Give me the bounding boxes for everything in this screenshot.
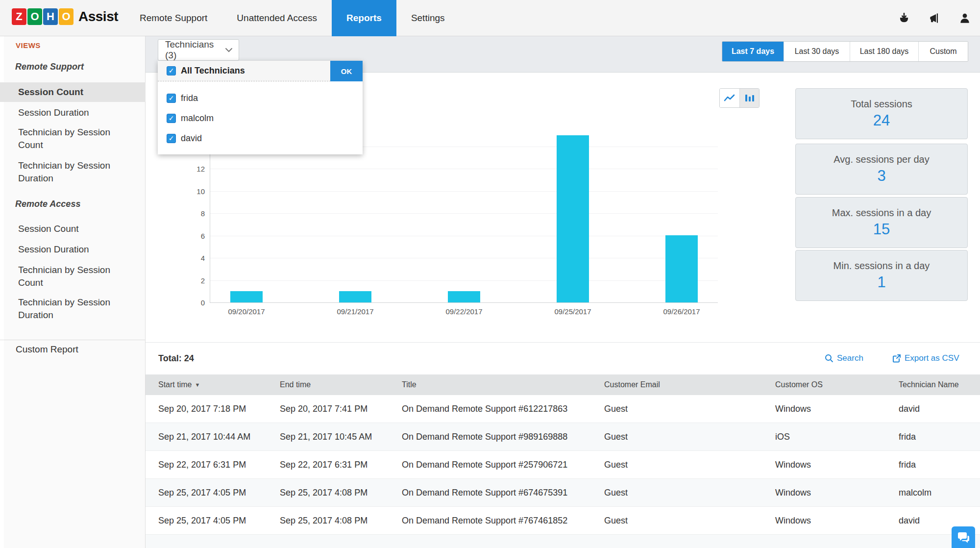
gridline-y12 [210,169,718,169]
date-range-custom[interactable]: Custom [918,42,968,61]
sidebar-item-technician-by-session-duration[interactable]: Technician by Session Duration [18,159,128,185]
sidebar-item-technician-by-session-duration[interactable]: Technician by Session Duration [18,296,128,322]
column-header-technician-name[interactable]: Technician Name [899,374,959,395]
column-header-label: End time [280,380,311,389]
table-row[interactable]: Sep 21, 2017 10:44 AMSep 21, 2017 10:45 … [146,423,980,451]
cell-start-time: Sep 25, 2017 4:05 PM [158,479,246,507]
date-range-last-7-days[interactable]: Last 7 days [722,42,784,61]
export-label: Export as CSV [905,353,959,363]
bar-chart-icon[interactable] [739,89,759,107]
all-technicians-checkbox[interactable]: ✓ [167,66,176,75]
cell-end-time: Sep 25, 2017 4:08 PM [280,479,368,507]
sidebar-item-session-count[interactable]: Session Count [18,223,128,235]
table-row[interactable]: Sep 20, 2017 7:18 PMSep 20, 2017 7:41 PM… [146,395,980,423]
announcement-icon[interactable] [928,12,941,25]
technicians-dropdown-label: Technicians (3) [165,39,225,61]
cell-technician-name: malcolm [899,479,931,507]
all-technicians-label: All Technicians [181,66,245,76]
column-header-customer-email[interactable]: Customer Email [604,374,660,395]
sidebar-section-remote-access: Remote Access [15,199,80,209]
nav-item-unattended-access[interactable]: Unattended Access [222,0,332,36]
technician-option-label: malcolm [181,113,214,124]
sort-descending-icon: ▼ [195,382,200,388]
date-range-last-180-days[interactable]: Last 180 days [850,42,918,61]
cell-customer-os: Windows [775,479,811,507]
table-row[interactable]: Sep 22, 2017 6:31 PMSep 22, 2017 6:31 PM… [146,451,980,479]
frida-checkbox[interactable]: ✓ [167,94,176,103]
zoho-logo-letters: ZOHO [12,8,74,25]
technician-option-malcolm[interactable]: ✓malcolm [158,108,363,128]
y-axis-tick-label: 6 [188,232,205,240]
stat-label: Min. sessions in a day [796,260,967,272]
column-header-label: Title [402,380,416,389]
bar-09/26/2017[interactable] [665,235,698,302]
export-icon [892,354,901,363]
nav-item-remote-support[interactable]: Remote Support [125,0,222,36]
table-row[interactable]: Sep 25, 2017 4:05 PMSep 25, 2017 4:08 PM… [146,507,980,535]
technician-option-frida[interactable]: ✓frida [158,88,363,108]
column-header-start-time[interactable]: Start time▼ [158,374,200,395]
cell-title: On Demand Remote Support #767461852 [402,507,567,535]
x-axis-line [210,302,718,303]
technician-option-label: frida [181,93,198,103]
sidebar-divider [0,340,146,340]
technician-option-david[interactable]: ✓david [158,128,363,149]
cell-title: On Demand Remote Support #674675391 [402,479,567,507]
chat-widget-button[interactable] [952,526,975,548]
cell-end-time: Sep 25, 2017 4:08 PM [280,507,368,535]
ok-button[interactable]: OK [330,61,363,81]
malcolm-checkbox[interactable]: ✓ [167,114,176,123]
line-chart-icon[interactable] [720,89,739,107]
y-axis-tick-label: 2 [188,276,205,285]
bar-09/25/2017[interactable] [557,135,589,302]
search-icon [825,354,833,363]
cell-customer-email: Guest [604,423,628,451]
export-csv-button[interactable]: Export as CSV [892,353,959,363]
bar-09/20/2017[interactable] [230,291,263,302]
stat-card-total-sessions: Total sessions24 [795,88,968,139]
y-axis-tick-label: 0 [188,299,205,307]
chart-type-toggle [719,88,760,108]
sidebar-item-custom-report[interactable]: Custom Report [16,344,78,355]
all-technicians-row[interactable]: ✓ All Technicians OK [158,61,363,81]
user-icon[interactable] [958,12,971,25]
date-range-last-30-days[interactable]: Last 30 days [784,42,850,61]
nav-item-reports[interactable]: Reports [332,0,396,36]
sidebar-item-session-count[interactable]: Session Count [0,82,146,102]
date-range-group: Last 7 daysLast 30 daysLast 180 daysCust… [722,41,968,62]
gridline-y10 [210,191,718,192]
download-icon[interactable] [898,12,910,25]
bar-09/22/2017[interactable] [448,291,480,302]
stat-value: 1 [796,274,967,291]
sessions-table: Start time▼End timeTitleCustomer EmailCu… [146,374,980,548]
column-header-label: Customer Email [604,380,660,389]
technicians-dropdown-button[interactable]: Technicians (3) [158,39,239,61]
column-header-end-time[interactable]: End time [280,374,311,395]
nav-item-settings[interactable]: Settings [396,0,460,36]
brand-name: Assist [78,9,118,25]
table-row[interactable]: Sep 25, 2017 4:05 PMSep 25, 2017 4:08 PM… [146,479,980,507]
column-header-label: Technician Name [899,380,959,389]
table-header-row: Start time▼End timeTitleCustomer EmailCu… [146,374,980,395]
sidebar-item-technician-by-session-count[interactable]: Technician by Session Count [18,264,128,289]
cell-customer-email: Guest [604,395,628,423]
stat-card-avg-sessions-per-day: Avg. sessions per day3 [795,144,968,195]
sidebar-item-session-duration[interactable]: Session Duration [18,243,128,256]
gridline-y4 [210,258,718,258]
column-header-customer-os[interactable]: Customer OS [775,374,823,395]
david-checkbox[interactable]: ✓ [167,134,176,143]
cell-end-time: Sep 21, 2017 10:45 AM [280,423,372,451]
sidebar-item-session-duration[interactable]: Session Duration [18,106,128,119]
bar-09/21/2017[interactable] [339,291,371,302]
logo-letter: O [59,8,74,25]
stat-card-min-sessions-in-a-day: Min. sessions in a day1 [795,250,968,301]
column-header-title[interactable]: Title [402,374,416,395]
sidebar-item-technician-by-session-count[interactable]: Technician by Session Count [18,126,128,151]
stat-value: 3 [796,167,967,185]
logo-letter: Z [12,8,26,25]
cell-customer-os: Windows [775,507,811,535]
search-button[interactable]: Search [825,353,863,363]
cell-start-time: Sep 21, 2017 10:44 AM [158,423,250,451]
cell-customer-os: Windows [775,451,811,479]
gridline-y2 [210,280,718,281]
